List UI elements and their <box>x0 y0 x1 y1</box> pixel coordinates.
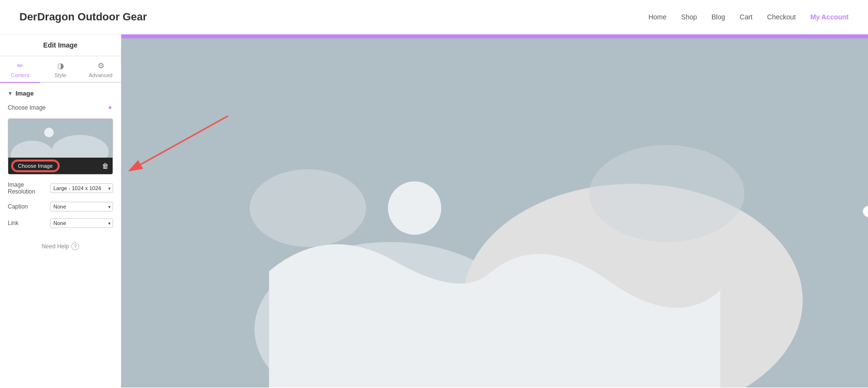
svg-point-9 <box>590 145 745 242</box>
image-preview-toolbar: Choose Image 🗑 <box>8 158 113 174</box>
chevron-down-icon: ▼ <box>8 91 13 96</box>
style-icon: ◑ <box>57 61 64 70</box>
caption-select-wrapper[interactable]: None <box>50 202 113 211</box>
section-label: Image <box>16 90 34 97</box>
header: DerDragon Outdoor Gear Home Shop Blog Ca… <box>0 0 868 34</box>
tab-content-label: Content <box>11 72 30 78</box>
main-layout: Edit Image ✏ Content ◑ Style ⚙ Advanced … <box>0 34 868 388</box>
tab-style-label: Style <box>54 72 66 78</box>
resolution-label: Image Resolution <box>8 181 50 195</box>
sidebar-title: Edit Image <box>43 41 78 49</box>
image-preview-container: Choose Image 🗑 <box>8 118 113 175</box>
link-select[interactable]: None <box>50 218 113 228</box>
nav-my-account[interactable]: My Account <box>810 13 849 21</box>
sidebar-title-bar: Edit Image <box>0 34 121 56</box>
nav-shop[interactable]: Shop <box>681 13 697 21</box>
svg-point-7 <box>388 181 442 235</box>
caption-label: Caption <box>8 203 28 210</box>
nav-cart[interactable]: Cart <box>740 13 753 21</box>
resolution-select-wrapper[interactable]: Large - 1024 x 1024 Thumbnail - 150 x 15… <box>50 183 113 193</box>
nav-blog[interactable]: Blog <box>712 13 725 21</box>
sidebar: Edit Image ✏ Content ◑ Style ⚙ Advanced … <box>0 34 121 388</box>
help-icon[interactable]: ? <box>71 242 79 250</box>
caption-select[interactable]: None <box>50 202 113 211</box>
delete-image-button[interactable]: 🗑 <box>102 162 109 170</box>
main-nav: Home Shop Blog Cart Checkout My Account <box>648 13 849 21</box>
resolution-select[interactable]: Large - 1024 x 1024 Thumbnail - 150 x 15… <box>50 183 113 193</box>
choose-image-row: Choose Image ✦ <box>8 104 113 112</box>
choose-image-button[interactable]: Choose Image <box>12 161 59 171</box>
gear-icon: ⚙ <box>98 61 104 70</box>
choose-image-label: Choose Image <box>8 104 46 111</box>
link-label: Link <box>8 220 18 226</box>
image-preview-bg <box>8 119 113 158</box>
link-select-wrapper[interactable]: None <box>50 218 113 228</box>
canvas-placeholder <box>121 38 868 388</box>
site-logo: DerDragon Outdoor Gear <box>19 11 147 23</box>
tab-style[interactable]: ◑ Style <box>40 56 81 83</box>
tab-advanced-label: Advanced <box>89 72 113 78</box>
svg-point-3 <box>44 128 54 137</box>
sidebar-tabs: ✏ Content ◑ Style ⚙ Advanced <box>0 56 121 83</box>
placeholder-svg <box>121 38 868 388</box>
canvas-area: ‹ <box>121 34 868 388</box>
caption-row: Caption None <box>8 202 113 211</box>
pencil-icon: ✏ <box>17 61 23 70</box>
resolution-row: Image Resolution Large - 1024 x 1024 Thu… <box>8 181 113 195</box>
nav-home[interactable]: Home <box>648 13 666 21</box>
canvas-inner <box>121 34 868 388</box>
image-section-header: ▼ Image <box>8 90 113 97</box>
tab-content[interactable]: ✏ Content <box>0 56 40 83</box>
tab-advanced[interactable]: ⚙ Advanced <box>81 56 121 83</box>
link-row: Link None <box>8 218 113 228</box>
sidebar-content: ▼ Image Choose Image ✦ <box>0 83 121 388</box>
svg-point-8 <box>250 169 366 247</box>
need-help-label: Need Help <box>42 243 69 250</box>
canvas-top-border <box>121 34 868 38</box>
nav-checkout[interactable]: Checkout <box>767 13 796 21</box>
magic-wand-icon[interactable]: ✦ <box>107 104 113 112</box>
need-help[interactable]: Need Help ? <box>8 242 113 250</box>
